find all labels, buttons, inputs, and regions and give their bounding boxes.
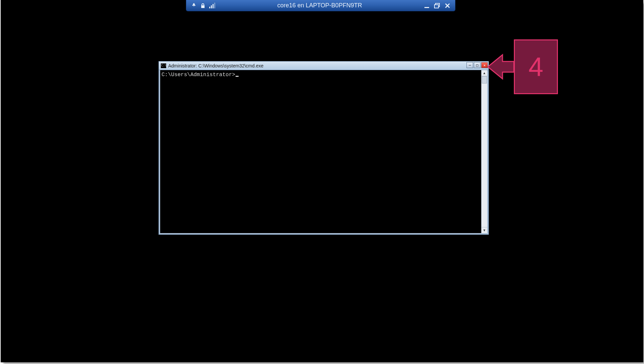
cmd-window-buttons: ─ □ ✕ xyxy=(466,61,489,70)
svg-rect-1 xyxy=(211,5,212,8)
callout-box: 4 xyxy=(514,39,558,94)
cmd-prompt: C:\Users\Administrator> xyxy=(162,72,235,78)
callout-number: 4 xyxy=(529,51,544,82)
svg-rect-6 xyxy=(434,5,438,8)
callout-arrow-icon xyxy=(488,51,514,83)
svg-marker-7 xyxy=(488,55,514,79)
cmd-titlebar[interactable]: Administrator: C:\Windows\system32\cmd.e… xyxy=(159,61,489,70)
minimize-glyph: ─ xyxy=(469,63,471,67)
scroll-track[interactable] xyxy=(481,76,487,227)
scroll-down-button[interactable]: ▼ xyxy=(481,227,487,233)
rdp-connection-bar[interactable]: core16 en LAPTOP-B0PFN9TR xyxy=(186,0,455,11)
annotation-callout: 4 xyxy=(488,39,558,94)
cmd-scrollbar[interactable]: ▲ ▼ xyxy=(481,70,487,233)
scroll-up-button[interactable]: ▲ xyxy=(481,70,487,76)
rdp-bar-right-icons xyxy=(424,3,455,9)
rdp-restore-button[interactable] xyxy=(434,3,440,9)
cmd-sysmenu-icon[interactable] xyxy=(161,63,166,68)
cmd-title: Administrator: C:\Windows\system32\cmd.e… xyxy=(168,63,464,68)
scroll-thumb[interactable] xyxy=(482,76,487,83)
cmd-minimize-button[interactable]: ─ xyxy=(466,62,473,68)
rdp-minimize-button[interactable] xyxy=(424,3,430,9)
svg-rect-0 xyxy=(209,7,210,8)
lock-icon xyxy=(200,3,206,9)
rdp-close-button[interactable] xyxy=(444,3,450,9)
maximize-glyph: □ xyxy=(476,63,478,67)
rdp-bar-left-icons xyxy=(186,3,216,9)
pin-icon[interactable] xyxy=(191,3,197,9)
svg-rect-3 xyxy=(214,3,215,8)
close-glyph: ✕ xyxy=(484,63,486,67)
remote-desktop-area: core16 en LAPTOP-B0PFN9TR Administrator:… xyxy=(1,0,643,362)
cmd-maximize-button[interactable]: □ xyxy=(474,62,480,68)
signal-icon xyxy=(209,3,216,9)
cmd-window[interactable]: Administrator: C:\Windows\system32\cmd.e… xyxy=(158,61,489,235)
cmd-cursor xyxy=(236,76,239,77)
rdp-bar-title: core16 en LAPTOP-B0PFN9TR xyxy=(216,2,424,9)
svg-rect-2 xyxy=(213,4,214,8)
cmd-client-area: C:\Users\Administrator> ▲ ▼ xyxy=(159,70,489,234)
svg-rect-4 xyxy=(424,7,429,8)
cmd-close-button[interactable]: ✕ xyxy=(481,62,488,68)
stage: core16 en LAPTOP-B0PFN9TR Administrator:… xyxy=(0,0,644,364)
cmd-output[interactable]: C:\Users\Administrator> xyxy=(160,70,481,233)
